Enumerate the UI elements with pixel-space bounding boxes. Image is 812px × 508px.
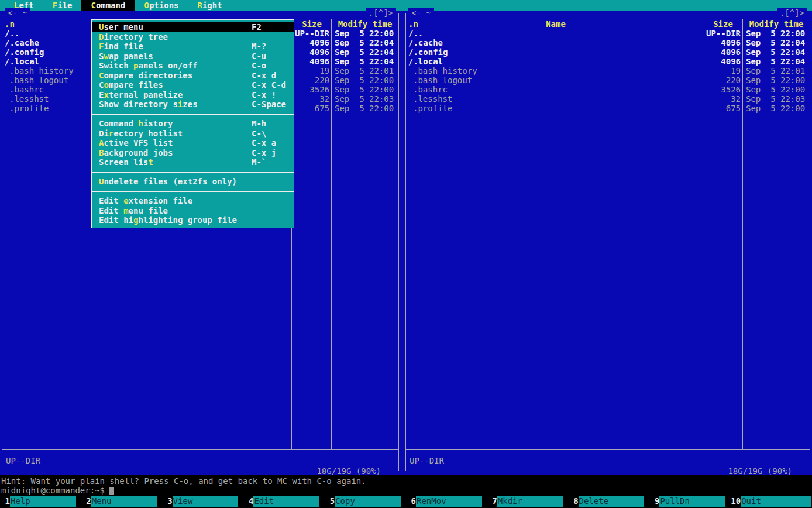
file-row[interactable]: .profile675Sep 5 22:00 bbox=[406, 104, 810, 113]
file-name: .bashrc bbox=[406, 85, 703, 94]
file-mtime: Sep 5 22:00 bbox=[743, 29, 810, 38]
file-row[interactable]: /.cache4096Sep 5 22:04 bbox=[406, 38, 810, 47]
file-row[interactable]: .bash_history19Sep 5 22:01 bbox=[406, 66, 810, 75]
shell-command-line[interactable]: midnight@commander:~$ bbox=[0, 486, 812, 495]
free-space-indicator: 18G/19G (90%) bbox=[724, 466, 796, 476]
column-header-mtime[interactable]: Modify time bbox=[332, 19, 398, 29]
text-cursor bbox=[109, 487, 114, 495]
hotkey-letter: C bbox=[91, 1, 95, 10]
fkey-renmov[interactable]: 6RenMov bbox=[406, 496, 487, 507]
menu-separator bbox=[92, 109, 294, 119]
menu-item-background-jobs[interactable]: Background jobsC-x j bbox=[92, 148, 294, 158]
sort-indicator: .n bbox=[5, 19, 15, 29]
menu-item-directory-hotlist[interactable]: Directory hotlistC-\ bbox=[92, 129, 294, 139]
menu-item-compare-files[interactable]: Compare filesC-x C-d bbox=[92, 80, 294, 90]
menu-item-directory-tree[interactable]: Directory tree bbox=[92, 32, 294, 42]
menu-shortcut: M-` bbox=[252, 157, 287, 167]
ministatus-separator bbox=[406, 449, 810, 450]
menu-item-command-history[interactable]: Command historyM-h bbox=[92, 119, 294, 129]
panel-nav-buttons[interactable]: .[^]> bbox=[777, 8, 807, 18]
column-header-size[interactable]: Size bbox=[703, 19, 743, 29]
fkey-label: View bbox=[173, 496, 239, 507]
fkey-label: Delete bbox=[579, 496, 645, 507]
free-space-indicator: 18G/19G (90%) bbox=[313, 466, 384, 476]
menu-item-compare-directories[interactable]: Compare directoriesC-x d bbox=[92, 71, 294, 81]
fkey-menu[interactable]: 2Menu bbox=[81, 496, 163, 507]
fkey-quit[interactable]: 10Quit bbox=[731, 496, 812, 507]
shell-prompt: midnight@commander:~$ bbox=[1, 486, 105, 495]
hotkey-letter: O bbox=[144, 1, 149, 10]
fkey-label: Mkdir bbox=[497, 496, 563, 507]
file-size: 220 bbox=[292, 75, 332, 85]
bottom-area: Hint: Want your plain shell? Press C-o, … bbox=[0, 475, 812, 508]
menu-item-edit-highlighting-group-file[interactable]: Edit highlighting group file bbox=[92, 215, 294, 225]
column-header-mtime[interactable]: Modify time bbox=[743, 19, 810, 29]
history-left-arrow-icon[interactable]: <- bbox=[8, 8, 18, 18]
fkey-number: 8 bbox=[569, 496, 579, 507]
menu-item-screen-list[interactable]: Screen listM-` bbox=[92, 157, 294, 167]
panels-area: <- ~.[^]>.nNameSizeModify time/..UP--DIR… bbox=[0, 11, 812, 475]
menu-item-undelete-files-ext2fs-only[interactable]: Undelete files (ext2fs only) bbox=[92, 177, 294, 187]
menu-item-user-menu[interactable]: User menuF2 bbox=[92, 22, 294, 32]
fkey-edit[interactable]: 4Edit bbox=[243, 496, 325, 507]
file-row[interactable]: .bashrc3526Sep 5 22:00 bbox=[406, 85, 810, 94]
file-size: 4096 bbox=[703, 57, 743, 66]
menu-item-external-panelize[interactable]: External panelizeC-x ! bbox=[92, 90, 294, 100]
menubar-item-file[interactable]: File bbox=[43, 0, 82, 11]
column-header-size[interactable]: Size bbox=[292, 19, 332, 29]
menu-item-active-vfs-list[interactable]: Active VFS listC-x a bbox=[92, 138, 294, 148]
menu-shortcut: C-u bbox=[252, 52, 287, 61]
fkey-number: 6 bbox=[406, 496, 416, 507]
fkey-label: Help bbox=[10, 496, 76, 507]
panel-path: <- ~ bbox=[408, 8, 434, 18]
menu-item-edit-menu-file[interactable]: Edit menu file bbox=[92, 206, 294, 216]
fkey-mkdir[interactable]: 7Mkdir bbox=[487, 496, 569, 507]
file-mtime: Sep 5 22:00 bbox=[332, 75, 398, 85]
file-row[interactable]: .lesshst32Sep 5 22:03 bbox=[406, 94, 810, 104]
file-mtime: Sep 5 22:04 bbox=[332, 47, 398, 57]
file-size: 675 bbox=[292, 104, 332, 113]
fkey-pulldn[interactable]: 9PullDn bbox=[649, 496, 731, 507]
panel-nav-buttons[interactable]: .[^]> bbox=[366, 8, 396, 18]
menu-item-edit-extension-file[interactable]: Edit extension file bbox=[92, 196, 294, 206]
file-row[interactable]: /.config4096Sep 5 22:04 bbox=[406, 47, 810, 57]
menubar-item-command[interactable]: Command bbox=[81, 0, 135, 11]
file-row[interactable]: /..UP--DIRSep 5 22:00 bbox=[406, 29, 810, 38]
file-size: 3526 bbox=[703, 85, 743, 94]
midnight-commander-screen: LeftFileCommandOptionsRight <- ~.[^]>.nN… bbox=[0, 0, 812, 508]
file-name: .bash_logout bbox=[406, 75, 703, 85]
column-header-row: .nNameSizeModify time bbox=[406, 19, 810, 29]
menu-item-switch-panels-on-off[interactable]: Switch panels on/offC-o bbox=[92, 61, 294, 71]
history-left-arrow-icon[interactable]: <- bbox=[411, 8, 421, 18]
file-mtime: Sep 5 22:04 bbox=[332, 38, 398, 47]
file-name: /.config bbox=[406, 47, 703, 57]
menu-shortcut bbox=[252, 177, 287, 187]
file-size: 4096 bbox=[292, 38, 332, 47]
ministatus-separator bbox=[2, 449, 398, 450]
menu-shortcut bbox=[252, 215, 287, 225]
panel-path: <- ~ bbox=[5, 8, 30, 18]
menu-item-find-file[interactable]: Find fileM-? bbox=[92, 42, 294, 52]
file-mtime: Sep 5 22:04 bbox=[743, 38, 810, 47]
menu-item-swap-panels[interactable]: Swap panelsC-u bbox=[92, 52, 294, 61]
file-name: .bash_history bbox=[406, 66, 703, 75]
fkey-label: Quit bbox=[741, 496, 811, 507]
menu-shortcut: C-o bbox=[252, 61, 287, 71]
menubar-item-right[interactable]: Right bbox=[188, 0, 232, 11]
fkey-help[interactable]: 1Help bbox=[0, 496, 81, 507]
fkey-number: 4 bbox=[243, 496, 253, 507]
fkey-view[interactable]: 3View bbox=[163, 496, 244, 507]
menu-separator bbox=[92, 167, 294, 177]
file-mtime: Sep 5 22:04 bbox=[743, 47, 810, 57]
menu-item-show-directory-sizes[interactable]: Show directory sizesC-Space bbox=[92, 99, 294, 109]
file-row[interactable]: .bash_logout220Sep 5 22:00 bbox=[406, 75, 810, 85]
hotkey-letter: h bbox=[138, 119, 143, 128]
fkey-copy[interactable]: 5Copy bbox=[325, 496, 406, 507]
fkey-delete[interactable]: 8Delete bbox=[569, 496, 650, 507]
file-row[interactable]: /.local4096Sep 5 22:04 bbox=[406, 57, 810, 66]
menubar-item-options[interactable]: Options bbox=[135, 0, 188, 11]
column-header-name[interactable]: Name bbox=[408, 19, 703, 29]
file-mtime: Sep 5 22:00 bbox=[332, 104, 398, 113]
fkey-label: Copy bbox=[335, 496, 401, 507]
fkey-number: 10 bbox=[731, 496, 741, 507]
